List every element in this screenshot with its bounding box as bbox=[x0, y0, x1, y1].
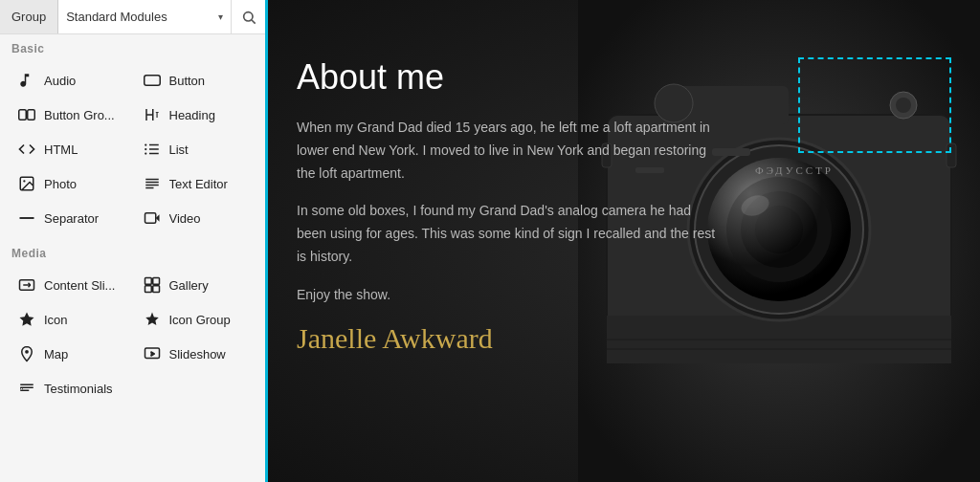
svg-rect-4 bbox=[28, 110, 35, 120]
svg-text:ФЭДУССТР: ФЭДУССТР bbox=[755, 164, 834, 176]
list-icon bbox=[143, 140, 162, 159]
module-label-icon: Icon bbox=[44, 313, 68, 327]
content-slider-icon bbox=[17, 275, 36, 295]
module-label-testimonials: Testimonials bbox=[44, 382, 113, 396]
module-item-html[interactable]: HTML bbox=[8, 132, 133, 166]
search-button[interactable] bbox=[231, 0, 265, 33]
svg-rect-25 bbox=[152, 278, 159, 285]
slideshow-icon bbox=[143, 344, 162, 363]
module-item-icon-group[interactable]: Icon Group bbox=[133, 302, 258, 337]
svg-rect-27 bbox=[152, 286, 159, 293]
about-title: About me bbox=[297, 57, 718, 98]
module-label-html: HTML bbox=[44, 142, 78, 157]
module-label-map: Map bbox=[44, 347, 68, 362]
module-item-photo[interactable]: Photo bbox=[8, 166, 133, 201]
audio-icon bbox=[17, 71, 36, 90]
svg-point-10 bbox=[145, 152, 146, 154]
media-modules-grid: Content Sli... Gallery Icon Icon Group bbox=[0, 264, 265, 409]
svg-point-43 bbox=[707, 158, 851, 301]
module-item-separator[interactable]: Separator bbox=[8, 201, 133, 235]
module-item-heading[interactable]: Heading bbox=[133, 98, 258, 132]
svg-marker-28 bbox=[20, 313, 34, 326]
module-item-content-slider[interactable]: Content Sli... bbox=[8, 268, 133, 302]
module-label-content-slider: Content Sli... bbox=[44, 278, 115, 293]
html-icon bbox=[17, 140, 36, 159]
paragraph-1: When my Grand Dad died 15 years ago, he … bbox=[297, 117, 718, 185]
module-item-list[interactable]: List bbox=[133, 132, 258, 166]
basic-modules-grid: Audio Button Button Gro... Heading bbox=[0, 59, 265, 239]
module-label-gallery: Gallery bbox=[169, 278, 209, 293]
module-item-map[interactable]: Map bbox=[8, 337, 133, 371]
module-item-gallery[interactable]: Gallery bbox=[133, 268, 258, 302]
svg-rect-54 bbox=[947, 143, 956, 167]
paragraph-2: In some old boxes, I found my Grand Dad'… bbox=[297, 200, 718, 268]
svg-rect-26 bbox=[145, 286, 151, 293]
module-label-list: List bbox=[169, 142, 189, 157]
basic-section-header: Basic bbox=[0, 34, 265, 59]
svg-point-9 bbox=[145, 148, 146, 150]
svg-point-0 bbox=[243, 11, 252, 20]
module-item-slideshow[interactable]: Slideshow bbox=[133, 337, 258, 371]
module-item-button[interactable]: Button bbox=[133, 63, 258, 98]
about-text-content: About me When my Grand Dad died 15 years… bbox=[297, 57, 718, 355]
module-item-video[interactable]: Video bbox=[133, 201, 258, 235]
svg-rect-2 bbox=[144, 76, 160, 86]
photo-icon bbox=[17, 174, 36, 193]
module-item-audio[interactable]: Audio bbox=[8, 63, 133, 98]
module-item-text-editor[interactable]: Text Editor bbox=[133, 166, 258, 201]
module-label-text-editor: Text Editor bbox=[169, 177, 228, 191]
module-select-wrapper: Standard ModulesCustom Modules ▾ bbox=[58, 0, 231, 33]
gallery-icon bbox=[143, 275, 162, 295]
module-label-video: Video bbox=[169, 211, 201, 226]
media-section-header: Media bbox=[0, 239, 265, 264]
module-item-testimonials[interactable]: " Testimonials bbox=[8, 371, 133, 405]
button-group-icon bbox=[17, 105, 36, 124]
group-button[interactable]: Group bbox=[0, 0, 58, 33]
signature: Janelle Awkward bbox=[297, 322, 718, 355]
module-select[interactable]: Standard ModulesCustom Modules bbox=[58, 0, 231, 33]
svg-marker-29 bbox=[145, 313, 159, 326]
sidebar-header: Group Standard ModulesCustom Modules ▾ bbox=[0, 0, 265, 34]
main-content: ФЭДУССТР About me When my Grand Dad died… bbox=[268, 0, 980, 482]
module-label-photo: Photo bbox=[44, 177, 77, 191]
svg-rect-3 bbox=[19, 110, 27, 120]
icon-group-icon bbox=[143, 310, 162, 329]
svg-line-1 bbox=[252, 20, 256, 24]
testimonials-icon: " bbox=[17, 379, 36, 398]
paragraph-3: Enjoy the show. bbox=[297, 284, 718, 307]
module-item-button-group[interactable]: Button Gro... bbox=[8, 98, 133, 132]
module-item-icon[interactable]: Icon bbox=[8, 302, 133, 337]
module-label-button-group: Button Gro... bbox=[44, 108, 115, 122]
heading-icon bbox=[143, 105, 162, 124]
map-icon bbox=[17, 344, 36, 363]
text-editor-icon bbox=[143, 174, 162, 193]
module-label-slideshow: Slideshow bbox=[169, 347, 226, 362]
svg-point-8 bbox=[145, 143, 146, 145]
module-label-icon-group: Icon Group bbox=[169, 313, 231, 327]
video-icon bbox=[143, 208, 162, 228]
icon-module-icon bbox=[17, 310, 36, 329]
button-icon bbox=[143, 71, 162, 90]
module-label-heading: Heading bbox=[169, 108, 215, 122]
search-icon bbox=[241, 10, 256, 25]
svg-text:": " bbox=[20, 385, 24, 396]
sidebar-content: Basic Audio Button Button Gro... bbox=[0, 34, 265, 482]
module-label-audio: Audio bbox=[44, 74, 76, 88]
sidebar: Group Standard ModulesCustom Modules ▾ B… bbox=[0, 0, 268, 482]
svg-point-30 bbox=[25, 350, 29, 354]
module-label-button: Button bbox=[169, 74, 206, 88]
svg-rect-24 bbox=[145, 278, 151, 285]
svg-point-47 bbox=[896, 98, 911, 113]
svg-rect-49 bbox=[712, 148, 750, 156]
svg-rect-18 bbox=[145, 213, 155, 224]
module-label-separator: Separator bbox=[44, 211, 99, 226]
separator-icon bbox=[17, 208, 36, 228]
svg-point-12 bbox=[23, 180, 25, 182]
